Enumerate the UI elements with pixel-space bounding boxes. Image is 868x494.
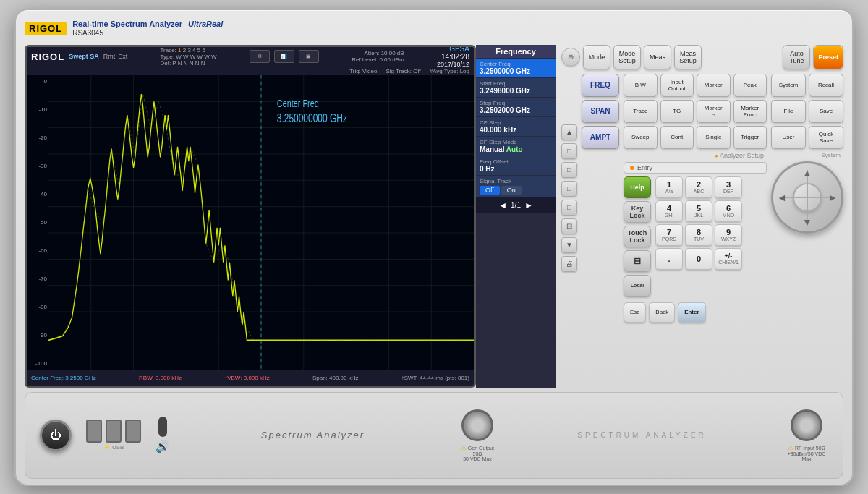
sweep-btn[interactable]: Sweep <box>624 126 658 149</box>
cf-step-mode-value: Manual Auto <box>480 145 552 153</box>
nav-left-arrow[interactable]: ◄ <box>777 192 787 203</box>
num-plusminus-btn[interactable]: +/-CHIEN/1 <box>715 248 742 270</box>
start-freq-value: 3.2498000 GHz <box>480 87 552 95</box>
prev-page-btn[interactable]: ◄ <box>498 200 507 210</box>
help-btn[interactable]: Help <box>624 176 651 198</box>
auto-tune-btn[interactable]: AutoTune <box>783 45 810 69</box>
device-model: RSA3045 <box>72 28 223 38</box>
nav-up-arrow[interactable]: ▲ <box>802 167 812 179</box>
output-btn[interactable]: ⊖ <box>561 48 580 67</box>
time-display: 14:02:28 <box>441 53 469 61</box>
screen-top-left: RIGOL Swept SA Rmt Ext <box>31 51 127 62</box>
screenshot-btn[interactable]: ⊟ <box>624 250 651 272</box>
right-section: System Recall File Save User QuickSave S… <box>771 74 843 323</box>
num-4-btn[interactable]: 4GHI <box>655 200 683 222</box>
trigger-btn[interactable]: Trigger <box>733 126 767 149</box>
meas-setup-btn[interactable]: MeasSetup <box>674 45 702 69</box>
cf-step-mode-item[interactable]: CF Step Mode Manual Auto <box>476 137 556 156</box>
cont-btn[interactable]: Cont <box>660 126 694 149</box>
trace-btn[interactable]: Trace <box>624 100 658 123</box>
nav-sq5-btn[interactable]: ⊟ <box>561 218 577 234</box>
preset-btn[interactable]: Preset <box>813 45 843 69</box>
num-3-btn[interactable]: 3DEF <box>715 176 742 198</box>
num-dot-btn[interactable]: . <box>655 248 683 270</box>
enter-btn[interactable]: Enter <box>678 302 705 323</box>
bottom-center-freq: Center Freq: 3.2500 GHz <box>31 375 96 381</box>
num-5-btn[interactable]: 5JKL <box>685 200 712 222</box>
y-60: -60 <box>28 247 47 254</box>
touch-lock-btn[interactable]: TouchLock <box>624 226 651 247</box>
y-70: -70 <box>28 276 47 282</box>
nav-wheel[interactable]: ▲ ▼ ◄ ► <box>771 161 843 234</box>
signal-track-on-btn[interactable]: On <box>501 186 522 195</box>
usb-port-3[interactable] <box>125 420 141 443</box>
usb-port-1[interactable] <box>86 420 102 443</box>
middle-row1: B W InputOutput Marker Peak <box>624 74 767 97</box>
peak-btn[interactable]: Peak <box>733 74 767 97</box>
back-btn[interactable]: Back <box>649 302 675 323</box>
action-row: Esc Back Enter <box>624 302 767 323</box>
freq-panel-title: Frequency <box>476 45 556 58</box>
bottom-span: Span: 400.00 kHz <box>312 375 359 381</box>
local-btn[interactable]: Local <box>624 275 651 297</box>
num-2-btn[interactable]: 2ABC <box>685 176 712 198</box>
esc-btn[interactable]: Esc <box>624 302 646 323</box>
quick-save-btn[interactable]: QuickSave <box>809 126 843 149</box>
signal-track-buttons: Off On <box>480 186 552 195</box>
sig-track: Sig Track: Off <box>386 68 420 74</box>
input-output-btn[interactable]: InputOutput <box>660 74 694 97</box>
bw-btn[interactable]: B W <box>624 74 658 97</box>
audio-jack[interactable] <box>158 417 167 437</box>
nav-down-btn[interactable]: ▼ <box>561 237 577 253</box>
tg-btn[interactable]: TG <box>660 100 694 123</box>
nav-up-btn[interactable]: ▲ <box>561 124 577 140</box>
user-btn[interactable]: User <box>771 126 806 149</box>
num-7-btn[interactable]: 7PQRS <box>655 224 683 246</box>
span-btn[interactable]: SPAN <box>582 100 619 123</box>
num-9-btn[interactable]: 9WXYZ <box>715 224 742 246</box>
key-lock-btn[interactable]: KeyLock <box>624 201 651 223</box>
mode-btn[interactable]: Mode <box>583 45 610 69</box>
nav-right-arrow[interactable]: ► <box>827 192 838 203</box>
num-1-btn[interactable]: 1A/a <box>655 176 683 198</box>
stop-freq-label: Stop Freq <box>480 100 552 106</box>
trace-info: Trace: 1 2 3 4 5 6 <box>160 47 216 54</box>
gen-output-group: ⚠ Gen Output 50Ω30 VDC Max <box>456 409 499 461</box>
save-btn[interactable]: Save <box>809 100 843 123</box>
mode-setup-btn[interactable]: ModeSetup <box>613 45 641 69</box>
gen-output-connector[interactable] <box>461 409 493 441</box>
nav-print-btn[interactable]: 🖨 <box>561 256 577 272</box>
meas-btn[interactable]: Meas <box>644 45 671 69</box>
signal-track-off-btn[interactable]: Off <box>480 186 500 195</box>
right-panel: ⊖ Mode ModeSetup Meas MeasSetup AutoTune… <box>561 45 843 388</box>
rf-input-connector[interactable] <box>791 409 822 441</box>
nav-sq3-btn[interactable]: □ <box>561 181 577 197</box>
recall-btn[interactable]: Recall <box>809 74 843 97</box>
file-btn[interactable]: File <box>771 100 806 123</box>
system-btn[interactable]: System <box>771 74 806 97</box>
ampt-btn[interactable]: AMPT <box>582 126 619 149</box>
signal-track-item: Signal Track Off On <box>476 176 556 197</box>
power-button[interactable]: ⏻ <box>40 420 72 451</box>
bottom-text-area: SPECTRUM ANALYZER <box>514 431 770 439</box>
freq-btn[interactable]: FREQ <box>582 74 619 97</box>
nav-sq2-btn[interactable]: □ <box>561 162 577 178</box>
marker-btn[interactable]: Marker <box>697 74 731 97</box>
usb-port-2[interactable] <box>106 420 122 443</box>
num-6-btn[interactable]: 6MNO <box>715 200 742 222</box>
stop-freq-item[interactable]: Stop Freq 3.2502000 GHz <box>476 98 556 116</box>
marker-arrow-btn[interactable]: Marker→ <box>697 100 731 123</box>
freq-offset-item[interactable]: Freq Offset 0 Hz <box>476 156 556 175</box>
nav-sq1-btn[interactable]: □ <box>561 143 577 159</box>
nav-sq4-btn[interactable]: □ <box>561 200 577 216</box>
single-btn[interactable]: Single <box>697 126 731 149</box>
next-page-btn[interactable]: ► <box>524 200 533 210</box>
cf-step-item[interactable]: CF Step 40.000 kHz <box>476 117 556 136</box>
center-freq-item[interactable]: Center Freq 3.2500000 GHz <box>476 59 556 77</box>
num-0-btn[interactable]: 0 <box>685 248 712 270</box>
start-freq-item[interactable]: Start Freq 3.2498000 GHz <box>476 78 556 97</box>
num-8-btn[interactable]: 8TUV <box>685 224 712 246</box>
cf-step-label: CF Step <box>480 119 552 126</box>
marker-func-btn[interactable]: MarkerFunc <box>733 100 767 123</box>
nav-down-arrow[interactable]: ▼ <box>802 216 812 228</box>
